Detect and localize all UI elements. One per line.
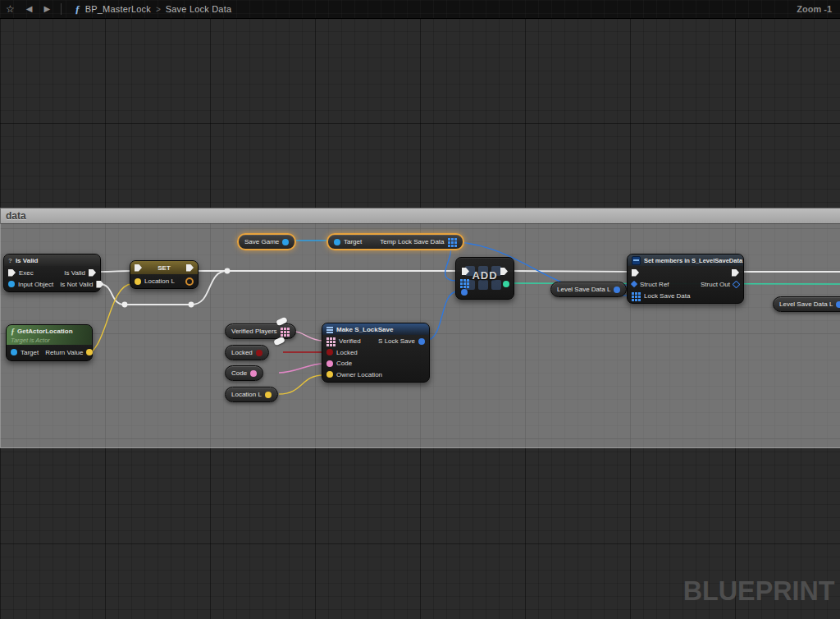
variable-label: Temp Lock Save Data: [380, 238, 444, 245]
node-code[interactable]: Code: [225, 365, 263, 381]
node-title: Set members in S_LevelSaveData: [644, 257, 742, 264]
node-title: GetActorLocation: [17, 328, 73, 335]
level-save-out-pin[interactable]: [614, 287, 620, 293]
new-item-pin[interactable]: [461, 289, 468, 296]
pin-label: Lock Save Data: [644, 292, 690, 300]
struct-ref-pin[interactable]: [631, 281, 637, 287]
variable-label: Level Save Data L: [557, 286, 610, 293]
target-pin[interactable]: [334, 239, 340, 245]
code-out-pin[interactable]: [250, 370, 257, 377]
wire-struct-make-to-add[interactable]: [425, 291, 458, 341]
is-valid-icon: ?: [8, 257, 12, 264]
breadcrumb-parent[interactable]: BP_MasterLock: [85, 4, 151, 14]
wire-exec-add-to-setmembers[interactable]: [506, 271, 632, 272]
node-title: SET: [158, 264, 171, 272]
target-array-pin[interactable]: [460, 278, 469, 287]
locked-out-pin[interactable]: [256, 350, 262, 356]
pin-label: Struct Ref: [640, 281, 669, 288]
node-make-s-locksave[interactable]: Make S_LockSave Verified S Lock Save Loc…: [322, 323, 430, 383]
node-save-game[interactable]: Save Game: [237, 233, 296, 250]
locked-in-pin[interactable]: [326, 349, 333, 355]
set-output-pin[interactable]: [185, 277, 194, 286]
is-valid-out-pin[interactable]: [89, 269, 96, 277]
make-struct-icon: [326, 327, 333, 328]
nav-back-icon[interactable]: ◀: [26, 0, 33, 18]
reroute-node[interactable]: [189, 302, 194, 308]
pin-label: Exec: [19, 269, 34, 277]
variable-label: Code: [231, 369, 247, 377]
owner-location-in-pin[interactable]: [326, 371, 333, 378]
pin-label: Return Value: [45, 349, 83, 356]
node-temp-lock-save-data[interactable]: Target Temp Lock Save Data: [326, 233, 464, 250]
exec-out-pin[interactable]: [732, 269, 739, 277]
nav-forward-icon[interactable]: ▶: [43, 0, 50, 18]
node-level-save-data-bottom[interactable]: Level Save Data L: [773, 296, 840, 312]
variable-label: Level Save Data L: [779, 300, 833, 308]
pin-label: Target: [21, 349, 39, 356]
node-title: Make S_LockSave: [336, 326, 393, 333]
location-l-out-pin[interactable]: [265, 392, 272, 398]
return-value-pin[interactable]: [86, 349, 93, 355]
node-array-add[interactable]: ADD: [455, 257, 514, 300]
pin-label: Locked: [336, 349, 358, 356]
pin-label: Verified: [339, 337, 361, 345]
node-set-location[interactable]: SET Location L: [130, 260, 199, 289]
pin-label: Is Not Valid: [60, 281, 93, 288]
level-save-out-pin[interactable]: [836, 301, 840, 308]
node-get-actor-location[interactable]: ƒ GetActorLocation Target is Actor Targe…: [6, 324, 93, 361]
target-pin[interactable]: [11, 349, 17, 355]
node-locked[interactable]: Locked: [225, 345, 269, 360]
reroute-node[interactable]: [122, 302, 128, 308]
variable-label: Verified Players: [231, 328, 277, 335]
breadcrumb-chevron-icon: >: [156, 5, 161, 14]
struct-out-pin[interactable]: [733, 280, 741, 288]
node-is-valid[interactable]: ? Is Valid Exec Is Valid Input Object Is…: [3, 254, 101, 292]
reroute-node[interactable]: [225, 268, 231, 274]
verified-players-out-pin[interactable]: [281, 327, 290, 336]
pin-label: Code: [336, 360, 352, 367]
pin-label: Struct Out: [701, 281, 730, 288]
pin-label: Location L: [144, 277, 175, 285]
node-location-l[interactable]: Location L: [225, 387, 278, 402]
array-out-pin[interactable]: [448, 237, 457, 246]
index-out-pin[interactable]: [503, 281, 509, 287]
function-icon: ƒ: [75, 2, 80, 16]
wire-vector-locationl-to-make[interactable]: [279, 375, 323, 394]
node-set-members[interactable]: Set members in S_LevelSaveData Struct Re…: [627, 254, 744, 304]
zoom-level-indicator: Zoom -1: [797, 4, 832, 14]
pin-label: S Lock Save: [378, 337, 415, 345]
variable-label: Location L: [231, 391, 262, 398]
set-members-icon: [632, 256, 641, 265]
pin-label: Input Object: [18, 281, 53, 288]
verified-in-pin[interactable]: [326, 337, 336, 346]
location-l-pin[interactable]: [135, 278, 141, 285]
pin-label: Target: [344, 238, 362, 245]
exec-in-pin[interactable]: [8, 269, 16, 277]
s-lock-save-out-pin[interactable]: [418, 338, 425, 345]
node-level-save-data-top[interactable]: Level Save Data L: [550, 282, 627, 297]
exec-in-pin[interactable]: [135, 264, 142, 272]
input-object-pin[interactable]: [8, 281, 15, 287]
graph-toolbar: ☆ ◀ ▶ ƒ BP_MasterLock > Save Lock Data Z…: [0, 0, 840, 19]
blueprint-editor: ☆ ◀ ▶ ƒ BP_MasterLock > Save Lock Data Z…: [0, 0, 840, 619]
variable-label: Save Game: [244, 238, 279, 245]
toolbar-divider: [61, 3, 62, 15]
exec-out-pin[interactable]: [186, 264, 194, 272]
node-subtitle: Target is Actor: [11, 337, 50, 344]
exec-in-pin[interactable]: [632, 269, 639, 277]
lock-save-data-pin[interactable]: [632, 291, 641, 300]
node-title: Is Valid: [16, 257, 39, 264]
wire-exec-isvalid-to-set[interactable]: [99, 271, 132, 272]
variable-label: Locked: [231, 349, 253, 356]
pin-label: Is Valid: [64, 269, 85, 277]
save-game-out-pin[interactable]: [282, 239, 289, 245]
favorite-star-icon[interactable]: ☆: [6, 0, 15, 18]
wire-layer: [0, 18, 840, 619]
wire-string-code-to-make[interactable]: [279, 364, 323, 373]
function-icon: ƒ: [11, 327, 15, 336]
pin-label: Owner Location: [336, 371, 382, 378]
node-verified-players[interactable]: Verified Players: [225, 323, 296, 339]
code-in-pin[interactable]: [326, 360, 333, 367]
breadcrumb-current[interactable]: Save Lock Data: [166, 4, 231, 14]
graph-canvas[interactable]: BLUEPRINT data ? Is Valid Exec Is Valid: [0, 18, 840, 619]
